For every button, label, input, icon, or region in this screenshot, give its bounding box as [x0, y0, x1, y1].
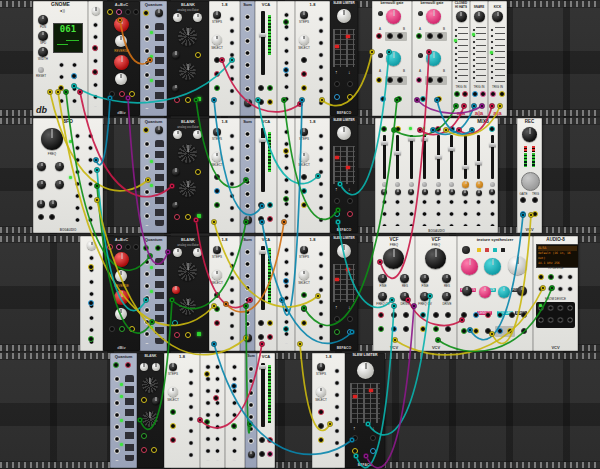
one8-select-knob[interactable] [212, 270, 222, 280]
jack[interactable] [416, 77, 422, 83]
mute-button[interactable] [436, 182, 441, 187]
strip-jacks[interactable] [461, 196, 470, 226]
drum-option-rows[interactable] [454, 27, 468, 83]
mute-knob[interactable] [462, 181, 469, 188]
jack[interactable] [497, 312, 503, 318]
strip-jacks[interactable] [447, 196, 456, 226]
vcf-drive-knob[interactable] [400, 292, 409, 301]
slew-sliders[interactable] [350, 383, 380, 423]
jack[interactable] [480, 91, 486, 97]
jack[interactable] [267, 202, 273, 208]
jack[interactable] [548, 274, 554, 280]
jack[interactable] [129, 326, 135, 332]
vcf-res-knob[interactable] [442, 274, 451, 283]
jack[interactable] [204, 371, 210, 377]
osc-pw-knob[interactable] [172, 202, 179, 209]
bernoulli-mode-button[interactable] [418, 53, 423, 58]
jack[interactable] [172, 320, 178, 326]
osc-freq-knob[interactable] [179, 63, 196, 80]
pan-knob[interactable] [435, 189, 441, 195]
rec-gain-knob[interactable] [522, 127, 537, 142]
jack[interactable] [380, 96, 386, 102]
jack[interactable] [267, 85, 273, 91]
jack[interactable] [301, 57, 307, 63]
jack[interactable] [301, 306, 307, 312]
fader[interactable] [437, 135, 440, 179]
jack[interactable] [258, 99, 264, 105]
jack[interactable] [318, 437, 324, 443]
jack[interactable] [204, 419, 210, 425]
sum-level-knob[interactable] [248, 451, 255, 458]
jack[interactable] [283, 196, 289, 202]
osc-tune-knob[interactable] [173, 248, 182, 257]
fader[interactable] [464, 135, 467, 179]
slew-shape-knob[interactable] [337, 9, 351, 23]
one8-jack-field[interactable] [227, 130, 237, 226]
jack[interactable] [378, 312, 384, 318]
jack[interactable] [170, 423, 176, 429]
jack[interactable] [92, 45, 98, 51]
osc-fine-knob[interactable] [193, 130, 202, 139]
abc-d-knob[interactable] [115, 308, 127, 320]
jack[interactable] [258, 334, 264, 340]
jack[interactable] [521, 328, 527, 334]
jack[interactable] [267, 437, 273, 443]
jack[interactable] [129, 91, 135, 97]
jack[interactable] [420, 312, 426, 318]
mute-button[interactable] [382, 182, 387, 187]
fader[interactable] [423, 135, 426, 179]
8fo-smooth-knob[interactable] [49, 200, 57, 208]
jack[interactable] [449, 126, 455, 132]
vca-slider[interactable] [261, 246, 265, 310]
quantum-jack-field[interactable] [112, 373, 122, 461]
jack[interactable] [185, 97, 191, 103]
drum-vol-knob[interactable] [474, 11, 485, 22]
quantum-jack-field[interactable] [142, 21, 152, 109]
jack[interactable] [231, 423, 237, 429]
strip-jacks[interactable] [420, 196, 429, 226]
jack[interactable] [88, 264, 94, 270]
jack[interactable] [427, 77, 433, 83]
bernoulli-mode-button[interactable] [378, 11, 383, 16]
one8-jack-field[interactable] [186, 365, 196, 461]
jack[interactable] [301, 202, 307, 208]
position-knob[interactable] [461, 258, 478, 275]
jack[interactable] [109, 91, 115, 97]
one8-steps-knob[interactable] [213, 11, 221, 19]
jack[interactable] [107, 9, 113, 15]
jack[interactable] [435, 126, 441, 132]
drum-vol-knob[interactable] [492, 11, 503, 22]
quantum-toggles[interactable] [125, 375, 134, 461]
jack[interactable] [125, 362, 131, 368]
jack[interactable] [267, 451, 273, 457]
jack[interactable] [143, 10, 149, 16]
one8-steps-knob[interactable] [317, 363, 325, 371]
jack[interactable] [38, 214, 44, 220]
jack[interactable] [378, 326, 384, 332]
osc-freq-knob[interactable] [142, 411, 158, 427]
one8-select-knob[interactable] [212, 152, 222, 162]
jack[interactable] [258, 85, 264, 91]
quantum-toggles[interactable] [155, 258, 164, 344]
jack[interactable] [267, 99, 273, 105]
jack[interactable] [213, 395, 219, 401]
jack[interactable] [116, 244, 122, 250]
pan-knob[interactable] [381, 189, 387, 195]
texture-knob[interactable] [498, 286, 510, 298]
jack[interactable] [258, 216, 264, 222]
rec-record-button[interactable] [521, 172, 540, 191]
bernoulli-p-knob-1[interactable] [386, 9, 401, 24]
slew-shape-knob[interactable] [337, 126, 351, 140]
jack[interactable] [214, 71, 220, 77]
one8-jack-field[interactable] [332, 365, 342, 461]
vcf-freq-knob[interactable] [383, 248, 404, 269]
fader[interactable] [477, 135, 480, 179]
jack[interactable] [334, 198, 340, 204]
jack[interactable] [283, 326, 289, 332]
jack[interactable] [301, 292, 307, 298]
drum-option-rows[interactable] [490, 27, 505, 83]
osc-fine-knob[interactable] [193, 13, 202, 22]
jack[interactable] [214, 174, 220, 180]
jack[interactable] [532, 197, 538, 203]
pan-knob[interactable] [449, 189, 455, 195]
